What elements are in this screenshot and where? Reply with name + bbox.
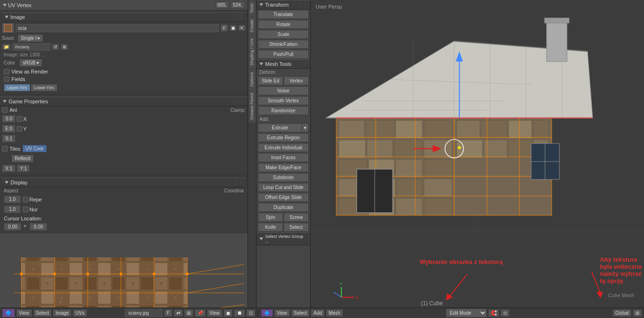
vp-select-btn[interactable]: Select <box>291 309 310 317</box>
vp-proportional-btn[interactable]: ⊙ <box>500 309 510 317</box>
spin-screw-row: Spin Screw <box>258 213 309 222</box>
render-mode-btn[interactable]: ◼ <box>223 309 233 317</box>
reflecti-btn[interactable]: Reflecti <box>11 154 34 163</box>
tab-create[interactable]: Create <box>248 17 256 35</box>
uv-extra-btn[interactable]: ⊡ <box>246 309 256 317</box>
edit-mode-select[interactable]: Edit Mode Object Mode <box>446 309 487 318</box>
view-as-render-checkbox[interactable] <box>4 69 9 74</box>
blender-logo-btn[interactable]: 🔷 <box>2 309 15 318</box>
uv-coor-btn[interactable]: UV Coor <box>22 145 47 153</box>
cursor-x-input[interactable]: 0.00 <box>4 223 21 231</box>
make-edge-face-btn[interactable]: Make Edge/Face <box>258 163 309 172</box>
image-source-dropdown[interactable]: Single I ▾ <box>18 34 43 42</box>
image-format-btn[interactable]: F <box>221 24 228 32</box>
image-close-btn[interactable]: ✕ <box>238 25 246 31</box>
push-pull-btn[interactable]: Push/Pull <box>258 50 309 59</box>
uv-view-btn[interactable]: View <box>16 309 32 317</box>
viewport-canvas[interactable]: User Persp <box>311 0 644 308</box>
noise-btn[interactable]: Noise <box>258 86 309 95</box>
uv-select-btn[interactable]: Select <box>33 309 52 317</box>
f-btn[interactable]: F <box>164 309 172 317</box>
uv-view2-btn[interactable]: View <box>207 309 223 317</box>
svg-rect-64 <box>366 120 394 138</box>
translate-btn[interactable]: Translate <box>258 10 309 19</box>
x1-field[interactable]: X:1 <box>2 164 16 173</box>
fields-checkbox[interactable] <box>4 76 9 82</box>
tiles-checkbox[interactable] <box>2 146 8 152</box>
animate-checkbox[interactable] <box>2 107 8 113</box>
image-folder-btn[interactable]: 📁 <box>2 44 11 50</box>
cursor-y-input[interactable]: 0.00 <box>29 223 47 231</box>
svg-rect-81 <box>396 199 423 216</box>
inset-faces-btn[interactable]: Inset Faces <box>258 153 309 162</box>
xy-tiles-row: X:1 Y:1 <box>0 164 248 173</box>
tab-shading-uvs[interactable]: Shading / UVs <box>248 36 256 69</box>
tab-tools[interactable]: Tools <box>248 0 256 16</box>
scale-btn[interactable]: Scale <box>258 30 309 39</box>
center-tools-panel: Transform ⋮⋮ Translate Rotate Scale Shri… <box>256 0 311 308</box>
vp-mesh-btn[interactable]: Mesh <box>326 309 343 317</box>
subdivide-btn[interactable]: Subdivide <box>258 173 309 182</box>
image-path-input[interactable] <box>12 43 50 51</box>
nor-checkbox[interactable] <box>23 207 28 212</box>
image-preview-btn[interactable] <box>2 23 14 33</box>
filter-upper-btn[interactable]: Upper Firs <box>4 84 30 91</box>
svg-rect-73 <box>396 159 423 177</box>
duplicate-btn[interactable]: Duplicate <box>258 203 309 212</box>
zoom-btn[interactable]: ⊞ <box>184 309 193 317</box>
cursor-xy-row: 0.00 ► 0.00 <box>2 222 246 232</box>
color-dropdown[interactable]: sRGB ▾ <box>19 59 42 67</box>
pin-btn[interactable]: 📌 <box>194 309 206 317</box>
extrude-region-btn[interactable]: Extrude Region <box>258 133 309 142</box>
svg-rect-100 <box>508 140 532 158</box>
transform-section-title: Transform ⋮⋮ <box>257 0 310 9</box>
knife-btn[interactable]: Knife <box>258 223 283 232</box>
s1-field[interactable]: S:1 <box>2 135 16 143</box>
svg-point-29 <box>53 273 56 275</box>
uv-canvas[interactable]: + ◂ <box>0 234 248 308</box>
global-btn[interactable]: Global <box>612 309 632 317</box>
image-name-input[interactable] <box>16 24 219 32</box>
select-btn[interactable]: Select <box>284 223 309 232</box>
e0-field[interactable]: E:0 <box>2 125 16 133</box>
uv-image-btn[interactable]: Image <box>53 309 72 317</box>
vp-blender-btn[interactable]: 🔷 <box>261 309 273 317</box>
clamp-y-checkbox[interactable] <box>17 126 22 132</box>
image-unlink-btn[interactable]: ⊗ <box>61 44 68 50</box>
uv-x-coord[interactable]: 665. <box>215 1 229 9</box>
extrude-dropdown-btn[interactable]: ▾ <box>302 123 309 132</box>
uv-uvs-btn[interactable]: UVs <box>73 309 87 317</box>
smooth-vertex-btn[interactable]: Smooth Vertex <box>258 96 309 105</box>
loop-cut-slide-btn[interactable]: Loop Cut and Slide <box>258 183 309 192</box>
tab-grease-pencil[interactable]: Grease Pencil <box>248 90 256 123</box>
screw-btn[interactable]: Screw <box>284 213 309 222</box>
shrink-fatten-btn[interactable]: Shrink/Fatten <box>258 40 309 49</box>
vp-view-btn[interactable]: View <box>274 309 290 317</box>
rotate-btn[interactable]: Rotate <box>258 20 309 29</box>
extrude-individual-btn[interactable]: Extrude Individual <box>258 143 309 152</box>
aspect-x-input[interactable]: 1.0 <box>4 195 21 203</box>
s0-field[interactable]: S:0 <box>2 115 16 123</box>
vp-add-btn[interactable]: Add <box>311 309 325 317</box>
extrude-btn[interactable]: Extrude <box>258 123 302 132</box>
tab-options[interactable]: Options <box>248 69 256 90</box>
sync-btn[interactable]: ⇄ <box>174 309 183 317</box>
image-reload-btn[interactable]: ↺ <box>52 44 59 50</box>
clamp-x-checkbox[interactable] <box>17 116 22 122</box>
svg-point-132 <box>458 146 460 149</box>
image-size-info: Image: size 1300 ... <box>2 52 246 58</box>
slide-ed-btn[interactable]: Slide Ed <box>258 76 283 85</box>
image-render-btn[interactable]: ◼ <box>230 25 237 31</box>
spin-btn[interactable]: Spin <box>258 213 283 222</box>
repe-checkbox[interactable] <box>23 197 28 202</box>
y1-field[interactable]: Y:1 <box>17 164 30 173</box>
filter-lower-btn[interactable]: Lower Firs <box>31 84 57 91</box>
offset-edge-slide-btn[interactable]: Offset Edge Slide <box>258 193 309 202</box>
vp-snap-btn[interactable]: 🧲 <box>488 309 499 317</box>
vertex-btn[interactable]: Vertex <box>284 76 309 85</box>
aspect-y-input[interactable]: 1.0 <box>4 205 21 213</box>
randomize-btn[interactable]: Randomize <box>258 106 309 115</box>
uv-y-coord[interactable]: 534. <box>230 1 244 9</box>
vp-viewport-btn[interactable]: ⊞ <box>633 309 642 317</box>
uv-3d-btn[interactable]: 🔲 <box>234 309 245 317</box>
